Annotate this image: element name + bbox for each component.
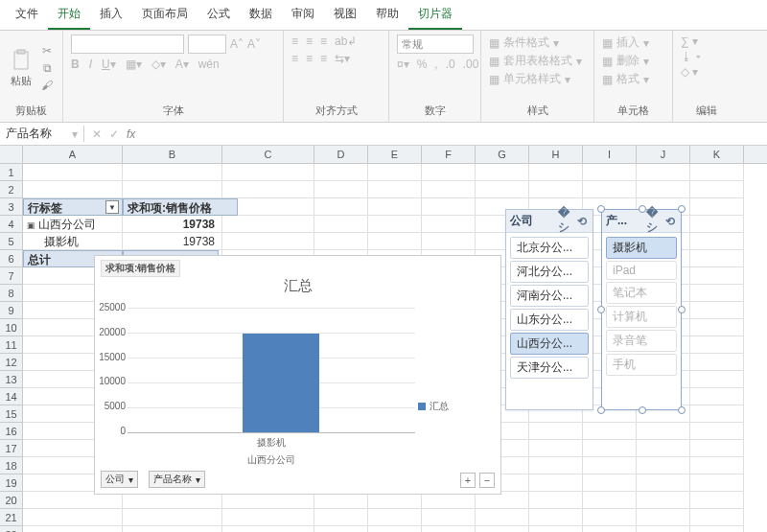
copy-icon[interactable]: ⧉	[39, 61, 55, 75]
decrease-font-icon[interactable]: A˅	[247, 37, 261, 51]
row-header[interactable]: 19	[0, 474, 22, 492]
phonetic-button[interactable]: wén	[198, 58, 220, 71]
font-color-button[interactable]: A▾	[175, 58, 189, 71]
resize-handle[interactable]	[597, 205, 605, 213]
number-format-combo[interactable]: 常规	[397, 35, 474, 54]
format-cells-button[interactable]: ▦格式▾	[602, 71, 649, 87]
chart-title[interactable]: 汇总	[95, 277, 500, 295]
collapse-icon[interactable]: ▣	[27, 220, 35, 230]
slicer-product[interactable]: 产... �シ ⟲ 摄影机iPad笔记本计算机录音笔手机	[601, 209, 682, 410]
row-header[interactable]: 18	[0, 457, 22, 474]
wrap-text-icon[interactable]: ab↲	[335, 35, 357, 48]
slicer-item[interactable]: 山东分公...	[510, 309, 589, 331]
enter-icon[interactable]: ✓	[109, 127, 119, 141]
chart-field-company[interactable]: 公司▾	[101, 471, 138, 488]
align-left-icon[interactable]: ≡	[291, 52, 298, 65]
clear-filter-icon[interactable]: ⟲	[663, 215, 677, 228]
comma-icon[interactable]: ,	[434, 58, 437, 71]
increase-decimal-icon[interactable]: .0	[446, 58, 455, 71]
resize-handle[interactable]	[597, 406, 605, 414]
row-header[interactable]: 9	[0, 302, 22, 319]
resize-handle[interactable]	[678, 205, 686, 213]
bold-button[interactable]: B	[71, 58, 80, 71]
conditional-formatting-button[interactable]: ▦条件格式▾	[489, 35, 559, 51]
chart-expand-button[interactable]: +	[460, 473, 476, 488]
slicer-item[interactable]: 天津分公...	[510, 357, 589, 379]
insert-cells-button[interactable]: ▦插入▾	[602, 35, 649, 51]
column-header[interactable]: E	[368, 146, 422, 163]
border-button[interactable]: ▦▾	[126, 58, 142, 71]
row-header[interactable]: 11	[0, 336, 22, 354]
currency-icon[interactable]: ¤▾	[397, 58, 409, 71]
align-middle-icon[interactable]: ≡	[306, 35, 313, 48]
row-header[interactable]: 3	[0, 198, 22, 216]
chart-value-field-label[interactable]: 求和项:销售价格	[101, 260, 180, 277]
clear-button[interactable]: ◇ ▾	[681, 65, 698, 79]
chart-bar[interactable]	[243, 334, 319, 432]
cancel-icon[interactable]: ✕	[92, 127, 102, 141]
paste-button[interactable]: 粘贴	[8, 45, 34, 91]
name-box[interactable]: 产品名称 ▾	[0, 126, 84, 142]
slicer-item[interactable]: 北京分公...	[510, 237, 589, 259]
fill-color-button[interactable]: ◇▾	[151, 58, 166, 71]
font-name-combo[interactable]	[71, 35, 184, 54]
autosum-button[interactable]: ∑ ▾	[681, 35, 698, 48]
row-header[interactable]: 15	[0, 405, 22, 423]
row-header[interactable]: 5	[0, 233, 22, 250]
column-header[interactable]: B	[123, 146, 222, 163]
align-right-icon[interactable]: ≡	[320, 52, 327, 65]
pivot-row-group[interactable]: ▣ 山西分公司	[23, 216, 123, 233]
tab-file[interactable]: 文件	[6, 2, 48, 30]
slicer-item[interactable]: 摄影机	[606, 237, 677, 259]
column-header[interactable]: I	[583, 146, 637, 163]
chart-collapse-button[interactable]: −	[479, 473, 495, 488]
column-header[interactable]: H	[529, 146, 583, 163]
fx-icon[interactable]: fx	[127, 127, 135, 141]
slicer-item[interactable]: 山西分公...	[510, 333, 589, 355]
slicer-item[interactable]: 计算机	[606, 306, 677, 328]
row-header[interactable]: 8	[0, 285, 22, 302]
row-header[interactable]: 12	[0, 354, 22, 371]
column-header[interactable]: C	[222, 146, 314, 163]
resize-handle[interactable]	[639, 406, 646, 414]
column-header[interactable]: G	[476, 146, 529, 163]
column-header[interactable]: D	[314, 146, 368, 163]
row-header[interactable]: 6	[0, 250, 22, 267]
chart-field-product[interactable]: 产品名称▾	[149, 471, 205, 488]
column-header[interactable]: J	[637, 146, 690, 163]
italic-button[interactable]: I	[89, 58, 92, 71]
align-bottom-icon[interactable]: ≡	[320, 35, 327, 48]
tab-help[interactable]: 帮助	[366, 2, 408, 30]
percent-icon[interactable]: %	[417, 58, 428, 71]
merge-center-icon[interactable]: ⇆▾	[335, 52, 350, 65]
cut-icon[interactable]: ✂	[39, 44, 55, 58]
decrease-decimal-icon[interactable]: .00	[463, 58, 479, 71]
clear-filter-icon[interactable]: ⟲	[575, 215, 589, 228]
row-header[interactable]: 7	[0, 267, 22, 285]
increase-font-icon[interactable]: A˄	[230, 37, 244, 51]
select-all-corner[interactable]	[0, 146, 23, 163]
align-top-icon[interactable]: ≡	[291, 35, 298, 48]
slicer-item[interactable]: 河北分公...	[510, 261, 589, 283]
pivot-chart[interactable]: 求和项:销售价格 汇总 25000 20000 15000 10000 5000…	[94, 255, 501, 495]
cell-styles-button[interactable]: ▦单元格样式▾	[489, 71, 570, 87]
column-header[interactable]: F	[422, 146, 476, 163]
table-format-button[interactable]: ▦套用表格格式▾	[489, 53, 582, 69]
underline-button[interactable]: U▾	[102, 58, 116, 71]
row-header[interactable]: 16	[0, 423, 22, 440]
slicer-item[interactable]: 手机	[606, 354, 677, 376]
column-header[interactable]: K	[690, 146, 744, 163]
slicer-item[interactable]: 笔记本	[606, 282, 677, 304]
tab-data[interactable]: 数据	[240, 2, 282, 30]
resize-handle[interactable]	[678, 306, 686, 313]
slicer-item[interactable]: iPad	[606, 261, 677, 280]
chart-plot-area[interactable]: 25000 20000 15000 10000 5000 0 摄影机 山西分公司	[128, 308, 415, 432]
resize-handle[interactable]	[639, 205, 646, 213]
slicer-item[interactable]: 录音笔	[606, 330, 677, 352]
row-header[interactable]: 10	[0, 319, 22, 336]
chart-legend[interactable]: 汇总	[418, 400, 449, 413]
row-header[interactable]: 21	[0, 509, 22, 526]
row-header[interactable]: 17	[0, 440, 22, 457]
row-header[interactable]: 4	[0, 216, 22, 233]
row-header[interactable]: 22	[0, 526, 22, 532]
